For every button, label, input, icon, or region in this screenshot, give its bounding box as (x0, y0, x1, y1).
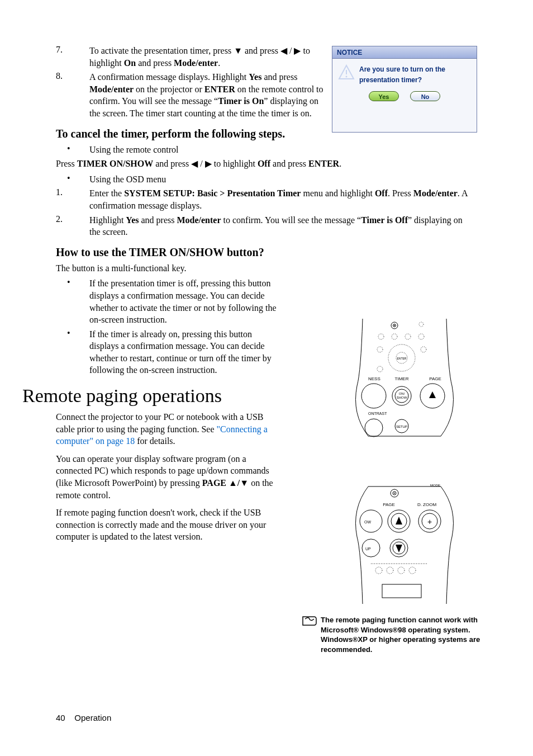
warning-icon (338, 64, 355, 81)
label-up: UP (365, 547, 371, 551)
left-icon: ◀ (191, 159, 198, 168)
notice-title: NOTICE (332, 46, 477, 59)
remote-timer-illustration: ENTER NESS TIMER PAGE ON/ SHOW ONTRAST S… (349, 319, 460, 443)
remote-p1: Connect the projector to your PC or note… (56, 411, 279, 447)
label-show: SHOW (397, 396, 407, 399)
step-7: 7. To activate the presentation timer, p… (56, 45, 324, 69)
page-number: 40 (56, 713, 65, 722)
section-name: Operation (74, 713, 111, 722)
svg-point-6 (394, 325, 395, 326)
page-footer: 40 Operation (56, 713, 111, 722)
note-icon (302, 615, 317, 629)
cancel-step-2: 2. Highlight Yes and press Mode/enter to… (56, 214, 475, 238)
label-ontrast: ONTRAST (368, 412, 387, 415)
remote-page-illustration: MODE PAGE D. ZOOM OW + UP (349, 481, 460, 604)
label-timer: TIMER (395, 376, 409, 381)
up-icon: ▲ (229, 478, 237, 488)
notice-yes-button[interactable]: Yes (369, 91, 399, 101)
note-text: The remote paging function cannot work w… (321, 615, 480, 654)
label-page: PAGE (383, 502, 395, 507)
cancel-step-1: 1. Enter the SYSTEM SETUP: Basic > Prese… (56, 187, 475, 211)
right-icon: ▶ (205, 159, 212, 168)
notice-dialog: NOTICE Are you sure to turn on the prese… (332, 46, 477, 133)
label-plus: + (427, 517, 432, 526)
step-body: To activate the presentation timer, pres… (89, 45, 324, 69)
notice-no-button[interactable]: No (410, 91, 440, 101)
note-block: The remote paging function cannot work w… (302, 615, 480, 654)
notice-message: Are you sure to turn on the presentation… (359, 64, 445, 86)
press-line: Press TIMER ON/SHOW and press ◀ / ▶ to h… (56, 158, 475, 170)
remote-p3: If remote paging function doesn't work, … (56, 507, 279, 543)
svg-point-2 (346, 76, 348, 78)
step-number: 8. (56, 71, 89, 119)
left-icon: ◀ (280, 46, 287, 55)
svg-text:MODE: MODE (430, 484, 440, 487)
howto-intro: The button is a multi-functional key. (56, 262, 279, 275)
svg-rect-25 (349, 481, 460, 604)
bullet-remote-control: • Using the remote control (56, 144, 475, 156)
svg-text:ENTER: ENTER (397, 357, 407, 360)
step-number: 7. (56, 45, 89, 69)
label-setup: SETUP (396, 425, 407, 428)
howto-bullet-1: • If the presentation timer is off, pres… (56, 277, 279, 325)
label-ow: OW (364, 520, 371, 524)
step-body: A confirmation message displays. Highlig… (89, 71, 324, 119)
label-dzoom: D. ZOOM (417, 502, 437, 507)
step-8: 8. A confirmation message displays. High… (56, 71, 324, 119)
right-icon: ▶ (294, 46, 301, 55)
label-page: PAGE (429, 376, 441, 381)
remote-p2: You can operate your display software pr… (56, 453, 279, 501)
bullet-osd-menu: • Using the OSD menu (56, 173, 475, 186)
svg-point-29 (394, 493, 395, 494)
label-on: ON/ (399, 392, 405, 395)
label-ness: NESS (368, 376, 380, 381)
down-icon: ▼ (240, 478, 249, 488)
howto-bullet-2: • If the timer is already on, pressing t… (56, 328, 279, 376)
down-icon: ▼ (234, 46, 242, 55)
howto-heading: How to use the TIMER ON/SHOW button? (56, 246, 475, 259)
